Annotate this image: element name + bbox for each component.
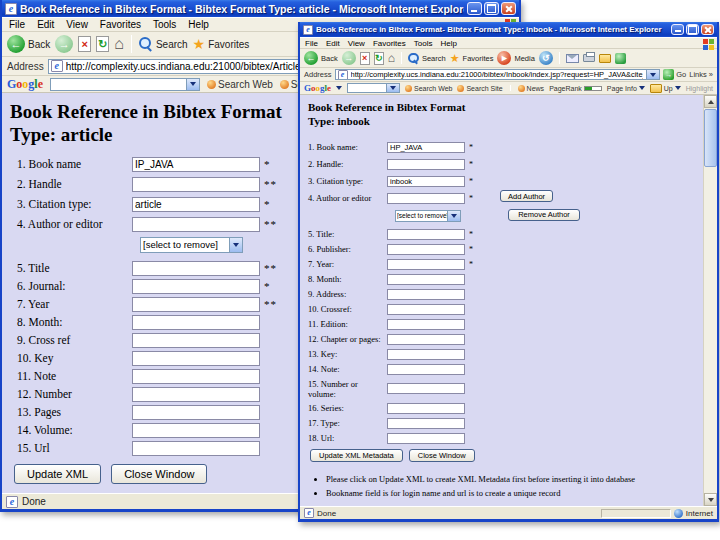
refresh-button[interactable]: ↻ (374, 52, 384, 65)
up-button[interactable]: Up (650, 84, 681, 93)
select-dropdown-button[interactable] (229, 238, 242, 252)
menu-item[interactable]: File (305, 39, 318, 48)
field-input[interactable] (387, 193, 465, 204)
google-input-dropdown[interactable] (386, 84, 399, 92)
field-input[interactable] (387, 334, 465, 345)
forward-button[interactable]: → (342, 51, 356, 65)
favorites-button[interactable]: ★Favorites (450, 52, 494, 65)
field-input[interactable] (132, 177, 260, 192)
field-input[interactable] (132, 387, 260, 402)
remove-author-select[interactable]: [select to remove] (140, 237, 243, 253)
field-input[interactable] (132, 405, 260, 420)
history-button[interactable]: ↺ (539, 51, 553, 65)
field-input[interactable] (132, 441, 260, 456)
stop-button[interactable]: × (78, 36, 91, 52)
back-button[interactable]: ←Back (304, 51, 338, 65)
scroll-up-button[interactable] (704, 95, 717, 108)
close-button[interactable] (501, 2, 516, 15)
field-input[interactable] (387, 364, 465, 375)
field-input[interactable] (387, 259, 465, 270)
search-web-button[interactable]: Search Web (405, 85, 452, 92)
forward-button[interactable]: → (55, 35, 73, 53)
pagerank-indicator[interactable]: PageRank (549, 85, 602, 92)
field-input[interactable] (387, 142, 465, 153)
stop-button[interactable]: × (360, 52, 370, 65)
address-dropdown-button[interactable] (646, 70, 659, 79)
field-input[interactable] (387, 383, 465, 394)
menu-item[interactable]: Edit (37, 19, 54, 30)
menu-item[interactable]: Help (440, 39, 456, 48)
menu-item[interactable]: Favorites (373, 39, 406, 48)
maximize-button[interactable] (686, 24, 699, 35)
links-menu[interactable]: Links » (689, 70, 713, 79)
close-button[interactable] (701, 24, 714, 35)
media-button[interactable]: ►Media (497, 51, 534, 65)
minimize-button[interactable] (671, 24, 684, 35)
home-button[interactable]: ⌂ (388, 51, 395, 65)
field-input[interactable] (132, 423, 260, 438)
field-input[interactable] (387, 176, 465, 187)
menu-item[interactable]: Tools (414, 39, 433, 48)
remove-author-button[interactable]: Remove Author (508, 209, 580, 221)
field-input[interactable] (387, 159, 465, 170)
field-input[interactable] (387, 403, 465, 414)
field-input[interactable] (387, 274, 465, 285)
scroll-thumb[interactable] (704, 109, 717, 167)
field-input[interactable] (387, 319, 465, 330)
search-button[interactable]: Search (408, 53, 446, 64)
field-input[interactable] (132, 351, 260, 366)
search-button[interactable]: Search (139, 37, 188, 51)
field-input[interactable] (132, 279, 260, 294)
minimize-button[interactable] (467, 2, 482, 15)
menu-item[interactable]: File (9, 19, 25, 30)
field-input[interactable] (387, 304, 465, 315)
mail-button[interactable] (566, 54, 579, 63)
field-input[interactable] (132, 369, 260, 384)
menu-item[interactable]: Tools (153, 19, 176, 30)
menu-item[interactable]: Favorites (100, 19, 141, 30)
address-input[interactable]: http://complexity.ucs.indiana.edu:21000/… (335, 69, 661, 80)
messenger-button[interactable] (615, 53, 626, 64)
scroll-down-button[interactable] (704, 493, 717, 506)
google-input-dropdown[interactable] (186, 79, 199, 90)
field-input[interactable] (132, 315, 260, 330)
favorites-button[interactable]: ★Favorites (193, 36, 250, 52)
google-menu-arrow[interactable] (336, 86, 342, 90)
close-window-button[interactable]: Close Window (409, 449, 475, 462)
remove-author-select[interactable]: [select to remove] (395, 210, 461, 222)
titlebar-inbook[interactable]: Book Reference in Bibtex Format- Bibtex … (300, 22, 717, 37)
print-button[interactable] (583, 54, 595, 62)
select-dropdown-button[interactable] (447, 211, 460, 221)
menu-item[interactable]: View (66, 19, 88, 30)
field-input[interactable] (387, 289, 465, 300)
news-button[interactable]: News (518, 85, 545, 92)
back-button[interactable]: ←Back (7, 35, 50, 53)
refresh-button[interactable]: ↻ (96, 36, 109, 52)
close-window-button[interactable]: Close Window (111, 464, 207, 484)
field-input[interactable] (387, 349, 465, 360)
add-author-button[interactable]: Add Author (500, 190, 553, 202)
field-input[interactable] (387, 244, 465, 255)
menu-item[interactable]: Edit (326, 39, 340, 48)
menu-item[interactable]: View (348, 39, 365, 48)
maximize-button[interactable] (484, 2, 499, 15)
field-input[interactable] (132, 157, 260, 172)
go-button[interactable]: →Go (663, 69, 686, 80)
update-xml-metadata-button[interactable]: Update XML Metadata (310, 449, 403, 462)
page-info-button[interactable]: Page Info (607, 85, 645, 92)
field-input[interactable] (132, 333, 260, 348)
search-site-button[interactable]: Search Site (457, 85, 502, 92)
home-button[interactable]: ⌂ (114, 35, 124, 53)
vertical-scrollbar[interactable] (703, 95, 717, 506)
field-input[interactable] (132, 197, 260, 212)
field-input[interactable] (132, 297, 260, 312)
search-web-button[interactable]: Search Web (207, 79, 273, 90)
menu-item[interactable]: Help (188, 19, 209, 30)
field-input[interactable] (387, 229, 465, 240)
edit-button[interactable] (599, 54, 611, 63)
field-input[interactable] (387, 433, 465, 444)
field-input[interactable] (132, 217, 260, 232)
highlight-button[interactable]: Highlight (686, 85, 713, 92)
google-search-input[interactable] (347, 83, 400, 93)
titlebar-article[interactable]: Book Reference in Bibtex Format - Bibtex… (2, 0, 519, 17)
